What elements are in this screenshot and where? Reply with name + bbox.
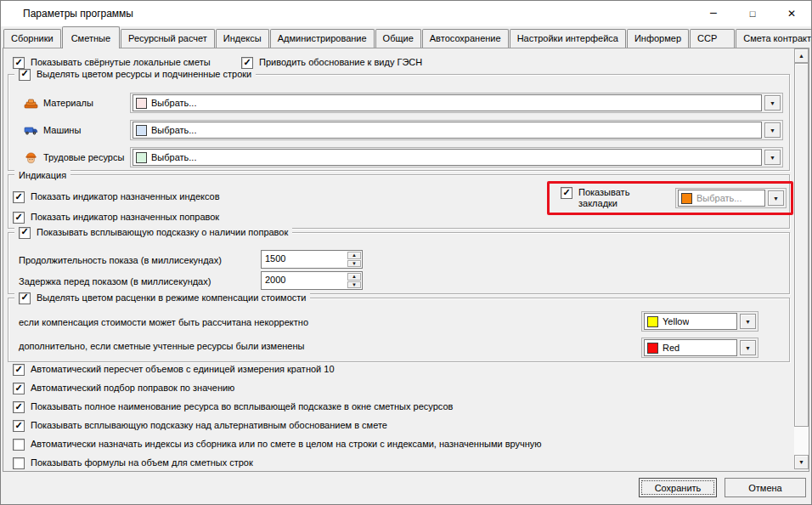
checkbox-box: ✓	[19, 292, 31, 304]
tab-avtosokhranenie[interactable]: Автосохранение	[422, 29, 509, 48]
show-delay-spinner[interactable]: 2000 ▲ ▼	[261, 271, 363, 290]
machines-color-combobox[interactable]: Выбрать... ▼	[130, 120, 783, 140]
program-parameters-dialog: Параметры программы – □ ✕ Сборники Сметн…	[0, 0, 812, 505]
checkbox-box: ✓	[241, 57, 253, 69]
scrollbar-down-button[interactable]: ▼	[794, 455, 809, 469]
checkbox-box	[13, 439, 25, 451]
checkbox-label: Показать индикатор назначенных индексов	[31, 191, 220, 202]
checkbox-gesn-justification[interactable]: ✓ Приводить обоснование к виду ГЭСН	[241, 57, 422, 69]
labor-color-combobox[interactable]: Выбрать... ▼	[130, 147, 783, 167]
checkbox-auto-assign-indexes[interactable]: Автоматически назначать индексы из сборн…	[13, 439, 542, 451]
dropdown-button[interactable]: ▼	[764, 95, 781, 111]
dropdown-button[interactable]: ▼	[764, 122, 781, 138]
scrollbar-thumb[interactable]	[794, 63, 809, 427]
window-controls: – □ ✕	[694, 1, 811, 26]
group-caption: ✓ Показывать всплывающую подсказку о нал…	[14, 226, 292, 239]
chevron-down-icon: ▼	[773, 196, 779, 201]
minimize-button[interactable]: –	[694, 1, 733, 26]
checkbox-label: Автоматический пересчет объемов с единиц…	[31, 364, 335, 375]
combo-value: Yellow	[663, 316, 689, 326]
dropdown-button[interactable]: ▼	[768, 190, 784, 206]
save-button[interactable]: Сохранить	[639, 478, 717, 497]
chevron-down-icon: ▼	[770, 155, 775, 161]
titlebar[interactable]: Параметры программы – □ ✕	[1, 1, 811, 26]
arrow-down-icon: ▼	[798, 459, 804, 465]
tab-nastroyki-interfeysa[interactable]: Настройки интерфейса	[510, 29, 626, 48]
incorrect-compensation-color-combobox[interactable]: Yellow ▼	[641, 311, 758, 332]
tab-administrirovanie[interactable]: Администрирование	[270, 29, 375, 48]
window-title: Параметры программы	[23, 8, 133, 20]
materials-color-combobox[interactable]: Выбрать... ▼	[130, 93, 783, 113]
scrollbar-up-button[interactable]: ▲	[794, 48, 809, 63]
chevron-down-icon: ▼	[745, 345, 751, 351]
show-duration-label: Продолжительность показа (в миллисекунда…	[19, 255, 222, 265]
group-caption: ✓ Выделять цветом ресурсы и подчиненные …	[14, 68, 256, 81]
dropdown-button[interactable]: ▼	[740, 340, 756, 355]
changed-resources-color-combobox[interactable]: Red ▼	[641, 338, 758, 358]
checkbox-show-collapsed-estimates[interactable]: ✓ Показывать свёрнутые локальные сметы	[13, 57, 211, 69]
tab-obshchie[interactable]: Общие	[375, 29, 421, 48]
arrow-down-icon: ▼	[352, 282, 357, 287]
close-button[interactable]: ✕	[772, 1, 811, 26]
spinner-up-button[interactable]: ▲	[347, 273, 361, 281]
bookmarks-highlight-box: ✓ Показывать закладки Выбрать... ▼	[547, 181, 793, 215]
checkbox-box: ✓	[13, 401, 25, 413]
tab-smeta-kontrakta[interactable]: Смета контракта	[736, 29, 812, 48]
checkbox-color-resources[interactable]: ✓ Выделять цветом ресурсы и подчиненные …	[19, 69, 251, 81]
tab-resursny-raschet[interactable]: Ресурсный расчет	[121, 29, 215, 48]
spinner-buttons: ▲ ▼	[347, 273, 361, 288]
tab-indeksy[interactable]: Индексы	[216, 29, 269, 48]
show-duration-spinner[interactable]: 1500 ▲ ▼	[261, 250, 363, 269]
changed-resources-label: дополнительно, если сметные учтенные рес…	[19, 341, 304, 351]
maximize-button[interactable]: □	[733, 1, 772, 26]
checkbox-label: Автоматический подбор поправок по значен…	[31, 383, 234, 394]
checkbox-box: ✓	[561, 187, 572, 199]
dropdown-button[interactable]: ▼	[740, 314, 756, 329]
machines-label: Машины	[43, 125, 125, 135]
tab-sborniki[interactable]: Сборники	[3, 29, 61, 48]
spinner-down-button[interactable]: ▼	[347, 281, 361, 289]
tab-smetnye[interactable]: Сметные	[62, 26, 120, 48]
dropdown-button[interactable]: ▼	[764, 150, 781, 165]
checkbox-show-volume-formulas[interactable]: Показывать формулы на объем для сметных …	[13, 457, 253, 469]
bookmarks-color-combobox[interactable]: Выбрать... ▼	[675, 188, 787, 208]
checkbox-box: ✓	[19, 69, 31, 81]
chevron-down-icon: ▼	[745, 319, 751, 325]
checkbox-corrections-indicator[interactable]: ✓ Показать индикатор назначенных поправо…	[13, 212, 219, 224]
cancel-button[interactable]: Отмена	[725, 478, 806, 497]
checkbox-alt-justification-tooltip[interactable]: ✓ Показывать всплывающую подсказку над а…	[13, 420, 387, 432]
tab-ssr[interactable]: ССР	[690, 29, 735, 48]
red-color-swatch	[647, 343, 658, 354]
machines-color-swatch	[136, 125, 147, 136]
checkbox-compensation-colors[interactable]: ✓ Выделять цветом расценки в режиме комп…	[19, 292, 306, 304]
checkbox-full-resource-name-tooltip[interactable]: ✓ Показывать полное наименование ресурса…	[13, 401, 453, 413]
group-caption: Индикация	[14, 168, 70, 181]
group-title: Показывать всплывающую подсказку о налич…	[37, 227, 288, 238]
arrow-down-icon: ▼	[352, 261, 357, 266]
minimize-icon: –	[710, 5, 717, 19]
checkbox-corrections-tooltip[interactable]: ✓ Показывать всплывающую подсказку о нал…	[19, 227, 288, 239]
checkbox-auto-recalc-volumes[interactable]: ✓ Автоматический пересчет объемов с един…	[13, 364, 335, 376]
tab-bar: Сборники Сметные Ресурсный расчет Индекс…	[3, 26, 812, 48]
checkbox-auto-select-corrections[interactable]: ✓ Автоматический подбор поправок по знач…	[13, 383, 234, 394]
maximize-icon: □	[750, 9, 756, 19]
spinner-down-button[interactable]: ▼	[347, 260, 361, 268]
group-caption: ✓ Выделять цветом расценки в режиме комп…	[14, 292, 310, 304]
vertical-scrollbar[interactable]: ▲ ▼	[794, 48, 809, 469]
group-title: Выделять цветом ресурсы и подчиненные ст…	[37, 69, 251, 80]
checkbox-show-bookmarks[interactable]: ✓ Показывать закладки	[561, 187, 668, 209]
tab-informer[interactable]: Информер	[627, 29, 689, 48]
incorrect-compensation-label: если компенсация стоимости может быть ра…	[19, 317, 308, 327]
checkbox-label: Показать индикатор назначенных поправок	[31, 212, 219, 223]
spinner-up-button[interactable]: ▲	[347, 252, 361, 259]
truck-icon	[24, 123, 38, 137]
checkbox-box: ✓	[13, 212, 25, 224]
group-compensation-colors: ✓ Выделять цветом расценки в режиме комп…	[8, 298, 790, 362]
checkbox-index-indicator[interactable]: ✓ Показать индикатор назначенных индексо…	[13, 191, 220, 203]
group-corrections-tooltip: ✓ Показывать всплывающую подсказку о нал…	[8, 232, 790, 294]
materials-row: Материалы Выбрать... ▼	[24, 93, 783, 113]
bricks-icon	[24, 96, 38, 110]
bookmarks-color-swatch	[681, 193, 692, 204]
scrollbar-track[interactable]	[794, 427, 809, 455]
chevron-down-icon: ▼	[770, 128, 775, 133]
